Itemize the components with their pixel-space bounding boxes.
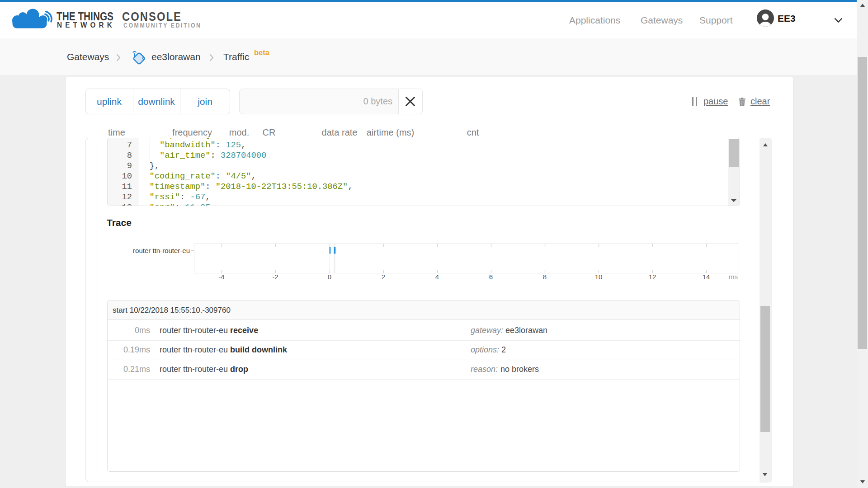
- svg-text:-2: -2: [272, 273, 278, 281]
- svg-text:4: 4: [435, 273, 439, 281]
- svg-text:-4: -4: [218, 273, 224, 281]
- svg-text:0: 0: [328, 273, 331, 281]
- svg-text:12: 12: [649, 273, 656, 281]
- svg-text:8: 8: [543, 273, 547, 281]
- svg-text:ms: ms: [729, 273, 738, 281]
- svg-text:10: 10: [595, 273, 603, 281]
- svg-text:6: 6: [489, 273, 493, 281]
- svg-text:14: 14: [703, 273, 710, 281]
- svg-text:2: 2: [382, 273, 385, 281]
